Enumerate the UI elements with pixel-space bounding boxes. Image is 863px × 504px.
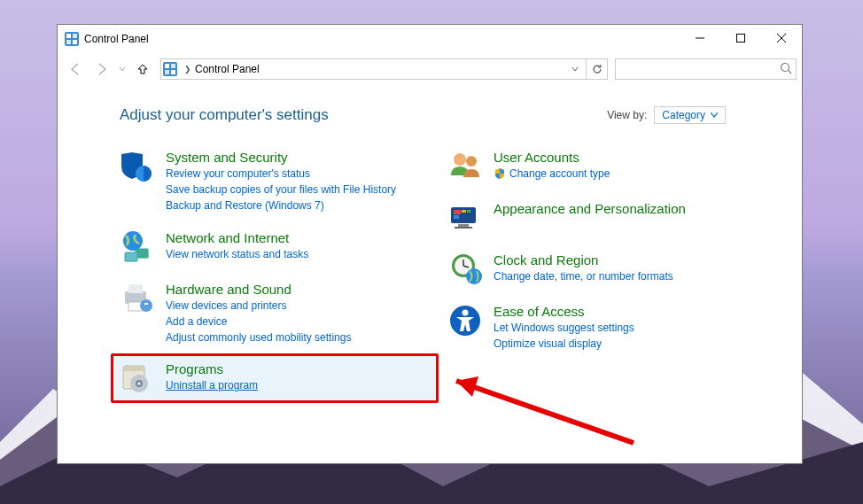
svg-rect-1: [66, 34, 71, 38]
refresh-button[interactable]: [586, 59, 607, 79]
category-link[interactable]: Change account type: [494, 167, 610, 181]
chevron-right-icon[interactable]: ❯: [184, 65, 191, 74]
category-link[interactable]: Add a device: [166, 314, 351, 329]
category-network-internet[interactable]: Network and Internet View network status…: [120, 229, 430, 265]
viewby-select[interactable]: Category: [654, 106, 726, 124]
svg-rect-38: [455, 227, 472, 229]
clock-icon: [447, 252, 483, 287]
svg-point-29: [138, 383, 141, 385]
svg-point-17: [123, 231, 143, 251]
svg-rect-13: [171, 70, 175, 74]
category-ease-of-access[interactable]: Ease of Access Let Windows suggest setti…: [447, 303, 731, 351]
svg-rect-26: [123, 366, 144, 371]
viewby-value: Category: [662, 109, 705, 121]
forward-button[interactable]: [89, 57, 114, 81]
category-link[interactable]: Save backup copies of your files with Fi…: [166, 182, 396, 197]
globe-icon: [120, 229, 155, 265]
address-dropdown-button[interactable]: [564, 59, 586, 79]
category-link[interactable]: View network status and tasks: [166, 247, 308, 261]
svg-point-31: [466, 156, 477, 167]
category-hardware-sound[interactable]: Hardware and Sound View devices and prin…: [120, 281, 430, 345]
programs-icon: [120, 361, 155, 396]
close-button[interactable]: [761, 25, 802, 51]
chevron-down-icon: [711, 112, 718, 118]
titlebar: Control Panel: [58, 25, 802, 53]
svg-rect-10: [165, 64, 169, 68]
breadcrumb[interactable]: Control Panel: [195, 63, 260, 75]
svg-rect-33: [454, 210, 461, 214]
content-area: Adjust your computer's settings View by:…: [58, 85, 802, 396]
category-link[interactable]: Uninstall a program: [166, 378, 258, 392]
search-input[interactable]: [616, 59, 796, 79]
svg-point-43: [466, 268, 482, 284]
category-title[interactable]: Network and Internet: [166, 230, 308, 245]
search-box[interactable]: [615, 58, 797, 80]
category-title[interactable]: Appearance and Personalization: [494, 201, 686, 216]
svg-rect-11: [171, 64, 175, 68]
search-icon: [780, 62, 792, 74]
up-button[interactable]: [130, 57, 155, 81]
page-heading: Adjust your computer's settings: [120, 106, 329, 124]
svg-rect-3: [66, 40, 71, 44]
category-title[interactable]: Clock and Region: [494, 252, 673, 268]
svg-rect-12: [165, 70, 169, 74]
shield-icon: [120, 149, 155, 184]
svg-rect-34: [462, 210, 466, 213]
control-panel-window: Control Panel: [57, 24, 803, 464]
category-title[interactable]: Programs: [166, 361, 258, 376]
category-link[interactable]: Change date, time, or number formats: [494, 269, 673, 283]
svg-rect-35: [467, 210, 470, 213]
address-bar[interactable]: ❯ Control Panel: [160, 58, 608, 80]
category-title[interactable]: User Accounts: [494, 150, 610, 165]
category-link[interactable]: Optimize visual display: [494, 337, 634, 351]
svg-point-14: [781, 64, 789, 72]
category-programs[interactable]: Programs Uninstall a program: [111, 353, 439, 403]
category-appearance[interactable]: Appearance and Personalization: [447, 200, 731, 236]
svg-point-45: [463, 310, 469, 316]
svg-rect-37: [458, 224, 469, 227]
svg-rect-36: [454, 215, 459, 219]
category-system-security[interactable]: System and Security Review your computer…: [120, 149, 430, 213]
navbar: ❯ Control Panel: [58, 53, 802, 85]
window-title: Control Panel: [84, 33, 149, 45]
svg-rect-2: [73, 34, 77, 38]
category-link[interactable]: View devices and printers: [166, 299, 351, 313]
category-title[interactable]: Ease of Access: [494, 304, 634, 319]
accessibility-icon: [447, 303, 483, 338]
minimize-button[interactable]: [680, 25, 720, 51]
recent-locations-button[interactable]: [116, 57, 128, 81]
svg-point-23: [140, 299, 152, 312]
control-panel-icon: [163, 62, 177, 76]
category-title[interactable]: System and Security: [166, 150, 396, 165]
category-user-accounts[interactable]: User Accounts Change account type: [447, 149, 731, 184]
category-link[interactable]: Let Windows suggest settings: [494, 321, 634, 335]
svg-rect-6: [737, 35, 745, 43]
category-link[interactable]: Adjust commonly used mobility settings: [166, 330, 351, 345]
category-link[interactable]: Review your computer's status: [166, 167, 396, 181]
category-title[interactable]: Hardware and Sound: [166, 282, 351, 297]
category-clock-region[interactable]: Clock and Region Change date, time, or n…: [447, 252, 731, 287]
printer-icon: [120, 281, 155, 316]
back-button[interactable]: [63, 57, 88, 81]
svg-rect-21: [128, 284, 143, 293]
svg-rect-19: [125, 252, 137, 261]
svg-rect-24: [144, 303, 148, 305]
svg-rect-4: [73, 40, 77, 44]
svg-line-15: [789, 71, 792, 74]
viewby-label: View by:: [607, 109, 647, 121]
shield-icon: [494, 167, 506, 180]
monitor-icon: [447, 200, 483, 236]
category-link[interactable]: Backup and Restore (Windows 7): [166, 198, 396, 213]
maximize-button[interactable]: [720, 25, 761, 51]
users-icon: [447, 149, 483, 184]
control-panel-icon: [65, 32, 79, 46]
svg-point-30: [454, 153, 466, 166]
